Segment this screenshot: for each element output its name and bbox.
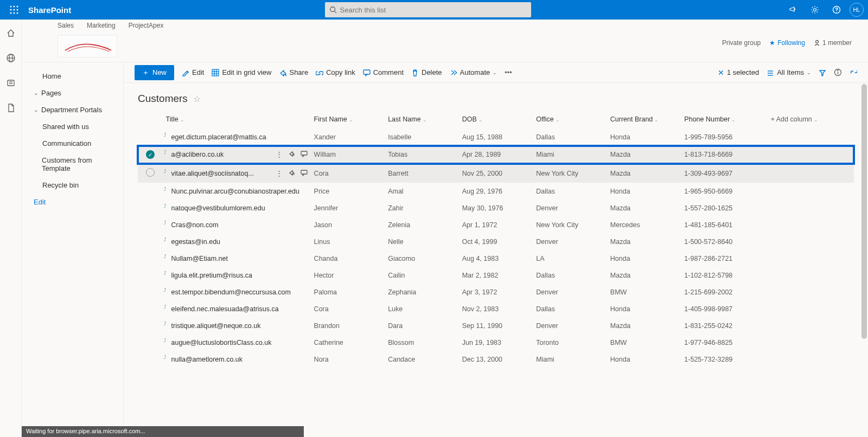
table-row[interactable]: ⤴Nunc.pulvinar.arcu@conubianostraper.edu… — [138, 183, 854, 200]
table-row[interactable]: ⤴vitae.aliquet@sociisnatoq...⋮CoraBarret… — [138, 164, 854, 183]
delete-icon — [411, 69, 419, 76]
app-name[interactable]: SharePoint — [28, 5, 71, 15]
edit-button[interactable]: Edit — [182, 68, 204, 76]
comment-button[interactable]: Comment — [363, 68, 404, 76]
table-row[interactable]: ⤴eleifend.nec.malesuada@atrisus.caCoraLu… — [138, 301, 854, 318]
site-logo[interactable] — [58, 35, 117, 57]
row-title[interactable]: ⤴a@aclibero.co.uk — [166, 151, 224, 158]
row-dob: Apr 3, 1972 — [459, 284, 533, 301]
members-label[interactable]: 1 member — [814, 39, 852, 47]
row-office: Toronto — [533, 335, 607, 351]
nav-pages[interactable]: ⌄Pages — [22, 85, 123, 101]
row-share-icon[interactable] — [288, 169, 295, 178]
user-avatar[interactable]: HL — [850, 3, 864, 17]
table-row[interactable]: ⤴Nullam@Etiam.netChandaGiacomoAug 4, 198… — [138, 250, 854, 267]
row-title[interactable]: ⤴Cras@non.com — [166, 221, 219, 229]
nav-communication[interactable]: Communication — [22, 135, 123, 152]
help-icon[interactable] — [828, 1, 845, 18]
expand-button[interactable] — [850, 69, 857, 76]
row-title[interactable]: ⤴eget.dictum.placerat@mattis.ca — [166, 133, 266, 141]
megaphone-icon[interactable] — [784, 1, 802, 18]
row-select-circle[interactable] — [146, 168, 155, 177]
table-row[interactable]: ⤴natoque@vestibulumlorem.eduJenniferZahi… — [138, 200, 854, 217]
row-share-icon[interactable] — [288, 150, 295, 159]
col-brand[interactable]: Current Brand⌄ — [607, 110, 681, 129]
files-rail-icon[interactable] — [6, 103, 16, 115]
nav-shared[interactable]: Shared with us — [22, 118, 123, 135]
row-title[interactable]: ⤴nulla@ametlorem.co.uk — [166, 356, 243, 363]
row-first: Chanda — [311, 250, 385, 267]
row-office: Dallas — [533, 129, 607, 146]
new-button[interactable]: ＋ New — [135, 65, 174, 80]
row-brand: Mazda — [607, 164, 681, 183]
nav-edit-link[interactable]: Edit — [22, 194, 123, 210]
row-phone: 1-525-732-3289 — [681, 351, 767, 368]
search-input[interactable] — [340, 6, 527, 14]
col-add[interactable]: + Add column⌄ — [768, 110, 854, 129]
following-button[interactable]: ★ Following — [769, 39, 805, 47]
col-first[interactable]: First Name⌄ — [311, 110, 385, 129]
copy-link-button[interactable]: Copy link — [316, 68, 355, 76]
row-comment-icon[interactable] — [301, 169, 308, 178]
table-row[interactable]: ⤴nulla@ametlorem.co.ukNoraCandaceDec 13,… — [138, 351, 854, 368]
row-comment-icon[interactable] — [301, 150, 308, 159]
share-button[interactable]: Share — [279, 68, 308, 76]
favorite-star-icon[interactable]: ☆ — [193, 94, 201, 104]
row-title[interactable]: ⤴vitae.aliquet@sociisnatoq... — [166, 170, 254, 177]
row-title[interactable]: ⤴est.tempor.bibendum@neccursusa.com — [166, 288, 291, 296]
row-first: Cora — [311, 164, 385, 183]
search-box[interactable] — [325, 2, 531, 17]
grid-view-button[interactable]: Edit in grid view — [212, 68, 271, 76]
col-title[interactable]: Title⌄ — [163, 110, 311, 129]
scrollbar[interactable] — [860, 62, 868, 437]
app-launcher-icon[interactable] — [4, 0, 24, 20]
row-check-icon[interactable]: ✓ — [146, 150, 155, 159]
row-title[interactable]: ⤴augue@luctuslobortisClass.co.uk — [166, 339, 272, 346]
svg-point-5 — [17, 9, 18, 11]
expand-icon — [850, 69, 857, 76]
table-row[interactable]: ⤴est.tempor.bibendum@neccursusa.comPalom… — [138, 284, 854, 301]
table-row[interactable]: ✓⤴a@aclibero.co.uk⋮WilliamTobiasApr 28, … — [138, 146, 854, 164]
nav-dept-portals[interactable]: ⌄Department Portals — [22, 101, 123, 118]
table-row[interactable]: ⤴Cras@non.comJasonZeleniaApr 1, 1972New … — [138, 217, 854, 234]
row-title[interactable]: ⤴natoque@vestibulumlorem.edu — [166, 204, 265, 212]
globe-rail-icon[interactable] — [6, 53, 16, 65]
table-row[interactable]: ⤴tristique.aliquet@neque.co.ukBrandonDar… — [138, 318, 854, 335]
view-selector[interactable]: All Items ⌄ — [767, 68, 811, 76]
filter-button[interactable] — [819, 69, 826, 76]
row-title[interactable]: ⤴egestas@in.edu — [166, 238, 221, 246]
nav-customers-template[interactable]: Customers from Template — [22, 152, 123, 177]
row-title[interactable]: ⤴Nunc.pulvinar.arcu@conubianostraper.edu — [166, 188, 299, 195]
info-button[interactable] — [834, 68, 842, 76]
automate-button[interactable]: Automate ⌄ — [450, 68, 497, 76]
top-nav-projectapex[interactable]: ProjectApex — [129, 22, 164, 33]
col-phone[interactable]: Phone Number⌄ — [681, 110, 767, 129]
svg-point-2 — [17, 6, 18, 8]
table-row[interactable]: ⤴egestas@in.eduLinusNelleOct 4, 1999Denv… — [138, 234, 854, 250]
table-row[interactable]: ⤴ligula.elit.pretium@risus.caHectorCaili… — [138, 267, 854, 284]
row-title[interactable]: ⤴tristique.aliquet@neque.co.uk — [166, 322, 261, 330]
news-rail-icon[interactable] — [6, 78, 16, 90]
row-more-icon[interactable]: ⋮ — [276, 150, 283, 159]
top-nav-marketing[interactable]: Marketing — [87, 22, 116, 33]
table-row[interactable]: ⤴augue@luctuslobortisClass.co.ukCatherin… — [138, 335, 854, 351]
home-rail-icon[interactable] — [6, 28, 16, 40]
delete-button[interactable]: Delete — [411, 68, 442, 76]
row-brand: Honda — [607, 351, 681, 368]
svg-point-7 — [14, 12, 15, 14]
row-title[interactable]: ⤴eleifend.nec.malesuada@atrisus.ca — [166, 305, 279, 313]
settings-icon[interactable] — [806, 1, 824, 18]
row-title[interactable]: ⤴ligula.elit.pretium@risus.ca — [166, 272, 253, 279]
col-last[interactable]: Last Name⌄ — [385, 110, 459, 129]
nav-recycle[interactable]: Recycle bin — [22, 177, 123, 194]
clear-selection-button[interactable]: ✕1 selected — [718, 68, 759, 77]
col-dob[interactable]: DOB⌄ — [459, 110, 533, 129]
nav-home[interactable]: Home — [22, 68, 123, 85]
col-office[interactable]: Office⌄ — [533, 110, 607, 129]
row-title[interactable]: ⤴Nullam@Etiam.net — [166, 255, 228, 262]
row-dob: Sep 11, 1990 — [459, 318, 533, 335]
table-row[interactable]: ⤴eget.dictum.placerat@mattis.caXanderIsa… — [138, 129, 854, 146]
row-more-icon[interactable]: ⋮ — [276, 169, 283, 178]
top-nav-sales[interactable]: Sales — [58, 22, 74, 33]
more-button[interactable]: ••• — [505, 68, 512, 76]
